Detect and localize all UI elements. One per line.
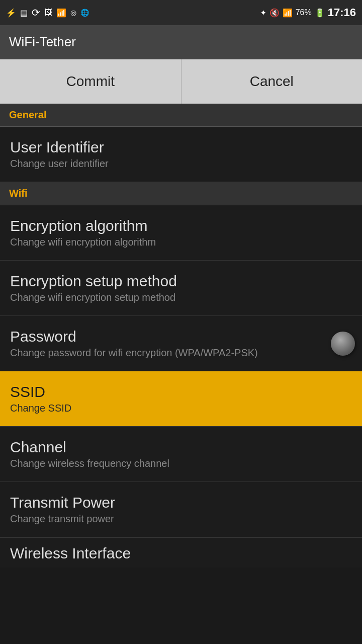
setting-item-wireless-interface[interactable]: Wireless Interface (0, 537, 362, 568)
setting-desc-password: Change password for wifi encryption (WPA… (10, 347, 322, 359)
scroll-indicator (331, 332, 355, 356)
setting-item-password[interactable]: Password Change password for wifi encryp… (0, 316, 362, 371)
setting-title-user-identifier: User Identifier (10, 139, 352, 156)
app-title: WiFi-Tether (9, 34, 76, 50)
setting-desc-encryption-algorithm: Change wifi encryption algorithm (10, 236, 352, 248)
status-time: 17:16 (328, 6, 356, 19)
overlay1-icon: ◎ (70, 9, 76, 17)
signal-icon: 📶 (283, 8, 293, 18)
section-label-general: General (9, 109, 46, 121)
action-buttons-row: Commit Cancel (0, 59, 362, 104)
battery-icon: 🔋 (315, 8, 325, 18)
setting-desc-encryption-setup-method: Change wifi encryption setup method (10, 292, 352, 303)
sync-icon: ⟳ (32, 7, 40, 19)
setting-title-ssid: SSID (10, 383, 352, 400)
commit-button[interactable]: Commit (0, 59, 182, 104)
wifi-icon: 📶 (56, 8, 66, 18)
browser-icon: 🌐 (80, 9, 89, 17)
setting-title-transmit-power: Transmit Power (10, 494, 352, 511)
setting-title-password: Password (10, 328, 322, 345)
setting-item-channel[interactable]: Channel Change wireless frequency channe… (0, 427, 362, 482)
image-icon: 🖼 (44, 8, 52, 17)
status-bar: ⚡ ▤ ⟳ 🖼 📶 ◎ 🌐 ✦ 🔇 📶 76% 🔋 17:16 (0, 0, 362, 25)
usb-icon: ⚡ (6, 8, 16, 18)
setting-item-encryption-setup-method[interactable]: Encryption setup method Change wifi encr… (0, 261, 362, 316)
setting-desc-user-identifier: Change user identifier (10, 158, 352, 170)
setting-desc-ssid: Change SSID (10, 403, 352, 414)
status-icons-right: ✦ 🔇 📶 76% 🔋 17:16 (260, 6, 356, 19)
sim-icon: ▤ (20, 8, 28, 18)
section-header-general: General (0, 104, 362, 127)
setting-item-ssid[interactable]: SSID Change SSID (0, 371, 362, 427)
setting-desc-channel: Change wireless frequency channel (10, 458, 352, 469)
section-label-wifi: Wifi (9, 188, 27, 199)
mute-icon: 🔇 (269, 8, 280, 18)
battery-percent: 76% (296, 8, 312, 17)
bluetooth-icon: ✦ (260, 8, 266, 18)
setting-item-encryption-algorithm[interactable]: Encryption algorithm Change wifi encrypt… (0, 205, 362, 261)
setting-desc-transmit-power: Change transmit power (10, 513, 352, 525)
cancel-button[interactable]: Cancel (182, 59, 363, 104)
status-icons-left: ⚡ ▤ ⟳ 🖼 📶 ◎ 🌐 (6, 7, 89, 19)
section-header-wifi: Wifi (0, 182, 362, 205)
setting-title-channel: Channel (10, 439, 352, 456)
title-bar: WiFi-Tether (0, 25, 362, 59)
setting-item-transmit-power[interactable]: Transmit Power Change transmit power (0, 482, 362, 537)
setting-item-user-identifier[interactable]: User Identifier Change user identifier (0, 127, 362, 182)
setting-title-encryption-algorithm: Encryption algorithm (10, 217, 352, 234)
setting-title-encryption-setup-method: Encryption setup method (10, 273, 352, 290)
setting-title-wireless-interface: Wireless Interface (10, 545, 352, 562)
